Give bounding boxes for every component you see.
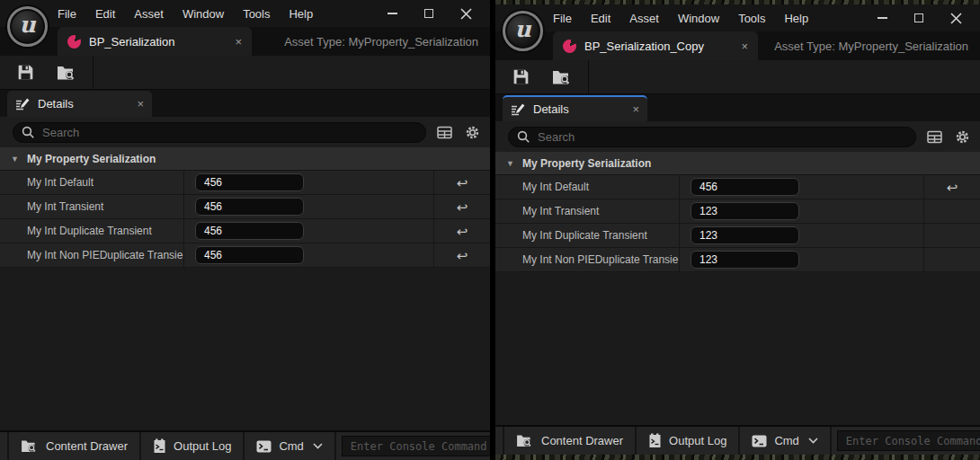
console-command-input[interactable] bbox=[351, 440, 488, 453]
cmd-label: Cmd bbox=[774, 434, 798, 447]
editor-window-right: u File Edit Asset Window Tools Help bbox=[495, 4, 980, 455]
display-filter-button[interactable] bbox=[434, 122, 454, 142]
maximize-button[interactable] bbox=[423, 7, 435, 20]
asset-type-label: Asset Type: MyProperty_Serialization bbox=[774, 40, 968, 53]
search-field[interactable] bbox=[13, 122, 426, 143]
details-empty-area bbox=[0, 268, 490, 430]
search-row bbox=[0, 117, 490, 147]
asset-tab[interactable]: BP_Serialization × bbox=[58, 27, 252, 56]
blueprint-asset-icon bbox=[563, 40, 576, 53]
maximize-button[interactable] bbox=[913, 12, 925, 24]
property-label: My Int Transient bbox=[495, 199, 680, 223]
toolbar bbox=[0, 56, 490, 90]
settings-button[interactable] bbox=[462, 122, 482, 142]
property-value-input[interactable] bbox=[690, 202, 799, 220]
display-filter-button[interactable] bbox=[924, 127, 944, 146]
property-value-input[interactable] bbox=[195, 222, 304, 240]
save-button[interactable] bbox=[17, 64, 34, 81]
menu-file[interactable]: File bbox=[58, 7, 76, 21]
asset-tab[interactable]: BP_Serialization_Copy × bbox=[553, 31, 758, 60]
tab-close-icon[interactable]: × bbox=[741, 40, 748, 52]
tab-close-icon[interactable]: × bbox=[235, 36, 242, 48]
menu-file[interactable]: File bbox=[553, 12, 572, 25]
reset-to-default-icon[interactable]: ↩ bbox=[947, 181, 958, 194]
cmd-terminal-icon bbox=[256, 440, 272, 453]
property-row: My Int Non PIEDuplicate Transient ↩ bbox=[0, 243, 490, 268]
content-drawer-label: Content Drawer bbox=[46, 439, 128, 453]
property-value-input[interactable] bbox=[195, 198, 304, 216]
details-empty-area bbox=[495, 272, 980, 425]
close-button[interactable] bbox=[459, 7, 472, 20]
browse-to-asset-button[interactable] bbox=[57, 64, 77, 82]
reset-to-default-icon[interactable]: ↩ bbox=[457, 176, 468, 190]
output-log-button[interactable]: Output Log bbox=[141, 432, 245, 460]
asset-type-label: Asset Type: MyProperty_Serialization bbox=[284, 35, 478, 49]
category-header[interactable]: ▼ My Property Serialization bbox=[495, 152, 980, 175]
status-bar: Content Drawer Output Log Cmd bbox=[0, 430, 490, 460]
property-value-input[interactable] bbox=[195, 173, 304, 191]
browse-to-asset-button[interactable] bbox=[552, 68, 573, 86]
toolbar bbox=[495, 60, 980, 94]
desktop: u File Edit Asset Window Tools Help bbox=[0, 0, 980, 460]
menu-tools[interactable]: Tools bbox=[243, 7, 270, 21]
property-row: My Int Transient ↩ bbox=[0, 195, 490, 219]
minimize-button[interactable] bbox=[386, 7, 398, 20]
menu-window[interactable]: Window bbox=[678, 12, 719, 25]
close-button[interactable] bbox=[949, 12, 962, 24]
reset-to-default-icon[interactable]: ↩ bbox=[457, 249, 468, 262]
save-icon bbox=[512, 68, 530, 85]
reset-to-default-icon[interactable]: ↩ bbox=[457, 225, 468, 238]
asset-tab-title: BP_Serialization bbox=[89, 35, 174, 49]
titlebar: File Edit Asset Window Tools Help bbox=[495, 4, 980, 31]
save-button[interactable] bbox=[512, 68, 530, 85]
output-log-icon bbox=[153, 438, 166, 454]
menu-edit[interactable]: Edit bbox=[591, 12, 610, 25]
reset-to-default-icon[interactable]: ↩ bbox=[457, 200, 468, 214]
category-header[interactable]: ▼ My Property Serialization bbox=[0, 147, 490, 171]
menu-asset[interactable]: Asset bbox=[629, 12, 659, 25]
blueprint-asset-icon bbox=[67, 35, 81, 49]
property-value-input[interactable] bbox=[690, 251, 799, 269]
property-label: My Int Duplicate Transient bbox=[495, 224, 680, 247]
output-log-label: Output Log bbox=[669, 434, 726, 447]
content-drawer-button[interactable]: Content Drawer bbox=[7, 432, 141, 460]
details-tab-close-icon[interactable]: × bbox=[137, 98, 144, 110]
menu-window[interactable]: Window bbox=[183, 7, 224, 21]
menu-tools[interactable]: Tools bbox=[738, 12, 765, 25]
settings-button[interactable] bbox=[952, 127, 972, 146]
menu-help[interactable]: Help bbox=[784, 12, 808, 25]
chevron-down-icon: ▼ bbox=[11, 155, 19, 164]
details-tab-row: Details × bbox=[0, 90, 490, 117]
details-tab-row: Details × bbox=[495, 94, 980, 121]
property-row: My Int Default ↩ bbox=[0, 171, 490, 195]
property-label: My Int Default bbox=[495, 175, 680, 199]
console-command-input[interactable] bbox=[846, 435, 980, 447]
search-icon bbox=[517, 130, 530, 144]
titlebar: File Edit Asset Window Tools Help bbox=[0, 0, 490, 27]
details-tab-title: Details bbox=[533, 102, 569, 116]
asset-tab-bar: BP_Serialization_Copy × Asset Type: MyPr… bbox=[495, 31, 980, 60]
property-label: My Int Duplicate Transient bbox=[0, 219, 184, 243]
content-drawer-button[interactable]: Content Drawer bbox=[503, 427, 637, 455]
minimize-button[interactable] bbox=[876, 12, 888, 24]
details-tab-close-icon[interactable]: × bbox=[632, 103, 639, 115]
property-value-input[interactable] bbox=[195, 246, 304, 264]
search-input[interactable] bbox=[538, 130, 907, 144]
property-row: My Int Duplicate Transient ↩ bbox=[0, 219, 490, 243]
output-log-button[interactable]: Output Log bbox=[637, 427, 740, 455]
cmd-dropdown-button[interactable]: Cmd bbox=[245, 432, 335, 460]
save-icon bbox=[17, 64, 34, 81]
property-value-input[interactable] bbox=[690, 178, 799, 196]
search-field[interactable] bbox=[508, 127, 916, 147]
menu-edit[interactable]: Edit bbox=[95, 7, 115, 21]
cmd-dropdown-button[interactable]: Cmd bbox=[740, 427, 831, 455]
menu-help[interactable]: Help bbox=[289, 7, 313, 21]
menu-bar: File Edit Asset Window Tools Help bbox=[553, 12, 808, 25]
property-value-input[interactable] bbox=[690, 226, 799, 244]
console-command-field[interactable] bbox=[837, 430, 980, 451]
search-input[interactable] bbox=[42, 126, 417, 139]
menu-asset[interactable]: Asset bbox=[134, 7, 164, 21]
console-command-field[interactable] bbox=[342, 436, 490, 456]
details-tab[interactable]: Details × bbox=[7, 91, 152, 117]
details-tab[interactable]: Details × bbox=[503, 95, 647, 121]
